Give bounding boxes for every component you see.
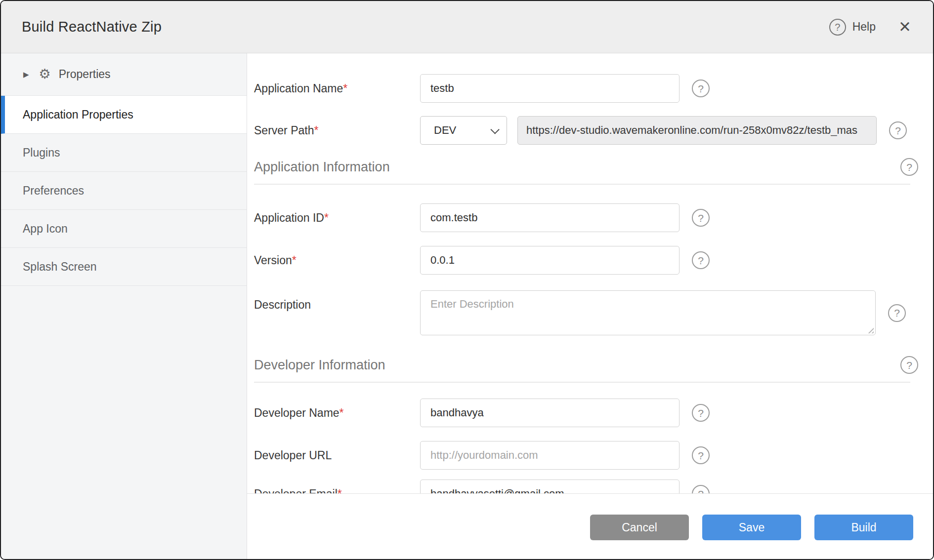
description-textarea-wrap [420, 290, 876, 335]
label-text: Developer Name [254, 406, 340, 419]
sidebar-item-application-properties[interactable]: Application Properties [1, 96, 247, 134]
label-text: Server Path [254, 124, 314, 137]
version-input[interactable] [420, 246, 679, 275]
developer-name-row: Developer Name* ? [254, 399, 933, 427]
required-asterisk: * [324, 211, 329, 224]
sidebar-item-splash-screen[interactable]: Splash Screen [1, 248, 247, 286]
server-path-selected-value: DEV [434, 124, 456, 137]
sidebar-item-app-icon[interactable]: App Icon [1, 210, 247, 248]
developer-url-help-icon[interactable]: ? [692, 446, 710, 464]
section-divider [254, 184, 910, 185]
developer-name-help-icon[interactable]: ? [692, 404, 710, 422]
sidebar-item-label: Application Properties [23, 108, 133, 121]
server-path-help-icon[interactable]: ? [889, 121, 907, 139]
sidebar-item-label: Splash Screen [23, 260, 97, 274]
caret-right-icon: ▶ [23, 70, 29, 79]
developer-email-label: Developer Email* [254, 487, 420, 494]
sidebar-item-plugins[interactable]: Plugins [1, 134, 247, 172]
application-information-help-icon[interactable]: ? [900, 158, 918, 176]
label-text: Application Name [254, 82, 343, 95]
footer-buttons: Cancel Save Build [590, 515, 913, 540]
label-text: Version [254, 254, 292, 267]
server-path-select[interactable]: DEV [420, 116, 507, 145]
description-row: Description ? [254, 290, 933, 335]
developer-name-input[interactable] [420, 399, 679, 427]
build-reactnative-zip-dialog: Build ReactNative Zip ? Help ✕ ▶ ⚙ Prope… [0, 0, 934, 560]
application-name-help-icon[interactable]: ? [692, 80, 710, 97]
sidebar: ▶ ⚙ Properties Application Properties Pl… [1, 53, 247, 559]
sidebar-group-label: Properties [59, 68, 111, 81]
application-id-input[interactable] [420, 203, 679, 232]
developer-url-label: Developer URL [254, 449, 420, 462]
description-textarea[interactable] [420, 290, 876, 335]
build-button[interactable]: Build [814, 515, 913, 540]
developer-email-row: Developer Email* ? [254, 480, 933, 493]
description-help-icon[interactable]: ? [888, 304, 906, 322]
section-title: Application Information [254, 160, 390, 175]
required-asterisk: * [314, 124, 318, 137]
help-button[interactable]: ? Help [829, 19, 876, 36]
application-id-help-icon[interactable]: ? [692, 209, 710, 227]
application-name-row: Application Name* ? [254, 74, 933, 103]
version-row: Version* ? [254, 246, 933, 275]
application-information-section-header: Application Information ? [254, 158, 933, 176]
developer-information-section-header: Developer Information ? [254, 356, 933, 374]
sidebar-item-preferences[interactable]: Preferences [1, 172, 247, 210]
dialog-footer: Cancel Save Build [247, 493, 933, 559]
section-divider [254, 382, 910, 383]
application-name-label: Application Name* [254, 82, 420, 95]
header-actions: ? Help ✕ [829, 19, 911, 36]
cancel-button[interactable]: Cancel [590, 515, 689, 540]
chevron-down-icon [490, 125, 499, 134]
developer-email-input[interactable] [420, 480, 679, 493]
version-help-icon[interactable]: ? [692, 251, 710, 269]
main-panel: Application Name* ? Server Path* DEV htt… [247, 53, 933, 559]
form-scroll-area[interactable]: Application Name* ? Server Path* DEV htt… [247, 53, 933, 493]
sidebar-item-label: Plugins [23, 146, 60, 160]
developer-email-help-icon[interactable]: ? [692, 485, 710, 493]
application-id-label: Application ID* [254, 211, 420, 225]
dialog-title: Build ReactNative Zip [22, 19, 162, 35]
version-label: Version* [254, 254, 420, 267]
label-text: Application ID [254, 211, 324, 224]
developer-url-input[interactable] [420, 441, 679, 470]
server-path-row: Server Path* DEV https://dev-studio.wave… [254, 116, 933, 145]
required-asterisk: * [343, 82, 347, 95]
required-asterisk: * [338, 487, 342, 494]
developer-information-help-icon[interactable]: ? [900, 356, 918, 374]
application-name-input[interactable] [420, 74, 679, 103]
required-asterisk: * [292, 254, 297, 267]
sidebar-item-label: Preferences [23, 184, 84, 198]
gear-icon: ⚙ [39, 68, 51, 81]
save-button[interactable]: Save [702, 515, 801, 540]
label-text: Developer Email [254, 487, 338, 494]
sidebar-group-properties[interactable]: ▶ ⚙ Properties [1, 53, 247, 96]
help-button-label: Help [852, 20, 876, 34]
server-path-url-field: https://dev-studio.wavemakeronline.com/r… [517, 116, 877, 145]
application-id-row: Application ID* ? [254, 203, 933, 232]
close-icon[interactable]: ✕ [898, 19, 911, 35]
sidebar-item-label: App Icon [23, 222, 68, 236]
required-asterisk: * [340, 406, 344, 419]
developer-url-row: Developer URL ? [254, 441, 933, 470]
description-label: Description [254, 298, 420, 312]
developer-name-label: Developer Name* [254, 406, 420, 420]
dialog-body: ▶ ⚙ Properties Application Properties Pl… [1, 53, 933, 559]
section-title: Developer Information [254, 358, 385, 373]
help-circle-icon: ? [829, 19, 846, 36]
server-path-label: Server Path* [254, 124, 420, 137]
dialog-header: Build ReactNative Zip ? Help ✕ [1, 1, 933, 53]
